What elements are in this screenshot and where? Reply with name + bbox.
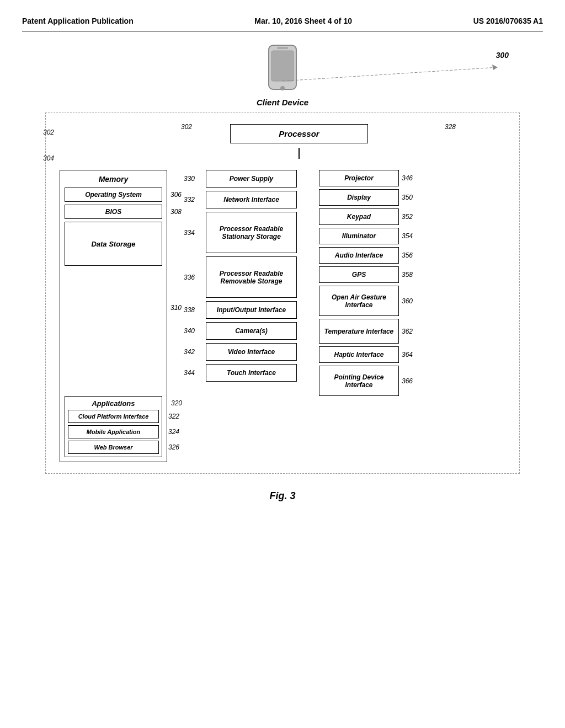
haptic-interface-box: Haptic Interface (319, 346, 399, 363)
right-column: Projector 346 Display 350 Keypad 352 (319, 170, 413, 396)
video-interface-box: Video Interface (206, 343, 297, 361)
left-column: Memory Operating System 306 BIOS 308 Da (60, 170, 167, 462)
display-box: Display (319, 189, 399, 206)
header: Patent Application Publication Mar. 10, … (22, 11, 543, 31)
ref-356: 356 (402, 251, 413, 259)
svg-marker-5 (492, 65, 498, 70)
header-publication: Patent Application Publication (22, 17, 134, 25)
header-date-sheet: Mar. 10, 2016 Sheet 4 of 10 (254, 17, 352, 25)
gps-box: GPS (319, 266, 399, 283)
processor-line-down (299, 148, 300, 159)
illuminator-box: Illuminator (319, 228, 399, 244)
ref-308: 308 (170, 208, 182, 216)
ref-354: 354 (402, 232, 413, 240)
ref-362: 362 (402, 328, 413, 335)
header-patent-number: US 2016/070635 A1 (473, 17, 543, 25)
ref-302-label: 302 (43, 129, 54, 136)
gesture-interface-box: Open Air Gesture Interface (319, 286, 399, 316)
applications-label: Applications (68, 399, 159, 408)
ref-304-label: 304 (43, 154, 54, 162)
page: Patent Application Publication Mar. 10, … (0, 0, 565, 728)
ref-322: 322 (168, 413, 179, 420)
ref-358: 358 (402, 271, 413, 279)
svg-rect-3 (277, 47, 288, 49)
temperature-interface-box: Temperature Interface (319, 319, 399, 344)
ref-364: 364 (402, 351, 413, 358)
web-browser-box: Web Browser (68, 441, 159, 454)
bios-box: BIOS (65, 205, 162, 219)
diagram-container: Client Device 300 302 304 302 328 Proces… (22, 42, 543, 502)
ref-330: 330 (184, 175, 195, 183)
ref-328: 328 (445, 123, 456, 131)
ref-310: 310 (170, 304, 182, 312)
ref-324: 324 (168, 428, 179, 436)
mid-column: Power Supply 330 Network Interface 332 P… (206, 170, 297, 382)
ref-350: 350 (402, 194, 413, 201)
ref-366: 366 (402, 377, 413, 385)
columns-row: Memory Operating System 306 BIOS 308 Da (60, 170, 505, 462)
ref-360: 360 (402, 297, 413, 305)
ref-340: 340 (184, 327, 195, 335)
touch-interface-box: Touch Interface (206, 364, 297, 382)
audio-interface-box: Audio Interface (319, 247, 399, 264)
cloud-platform-box: Cloud Platform Interface (68, 410, 159, 423)
keypad-box: Keypad (319, 208, 399, 225)
ref-302: 302 (181, 123, 192, 131)
ref-342: 342 (184, 348, 195, 356)
client-device-label: Client Device (257, 98, 308, 107)
proc-readable-stationary-box: Processor Readable Stationary Storage (206, 212, 297, 253)
ref-344: 344 (184, 369, 195, 377)
ref-336: 336 (184, 274, 195, 281)
ref-320: 320 (171, 399, 182, 407)
mobile-app-box: Mobile Application (68, 425, 159, 438)
network-interface-box: Network Interface (206, 191, 297, 208)
pointing-device-box: Pointing Device Interface (319, 366, 399, 396)
os-box: Operating System (65, 188, 162, 202)
io-interface-box: Input/Output Interface (206, 301, 297, 319)
fig-label: Fig. 3 (269, 490, 295, 502)
applications-section: Applications 320 Cloud Platform Interfac… (65, 396, 162, 457)
data-storage-box: Data Storage (65, 222, 162, 266)
ref-338: 338 (184, 306, 195, 314)
ref-352: 352 (402, 213, 413, 221)
ref-306: 306 (170, 191, 182, 199)
outer-dashed-box: 302 304 302 328 Processor Memory (45, 113, 520, 474)
projector-box: Projector (319, 170, 399, 186)
ref-334: 334 (184, 229, 195, 237)
ref-332: 332 (184, 196, 195, 204)
ref-346: 346 (402, 174, 413, 182)
cameras-box: Camera(s) (206, 322, 297, 340)
power-supply-box: Power Supply (206, 170, 297, 188)
processor-box: Processor (230, 124, 368, 143)
ref-326: 326 (168, 443, 179, 451)
proc-readable-removable-box: Processor Readable Removable Storage (206, 256, 297, 298)
memory-label: Memory (65, 175, 162, 184)
svg-line-4 (282, 67, 498, 81)
ref-300-line (34, 53, 531, 98)
